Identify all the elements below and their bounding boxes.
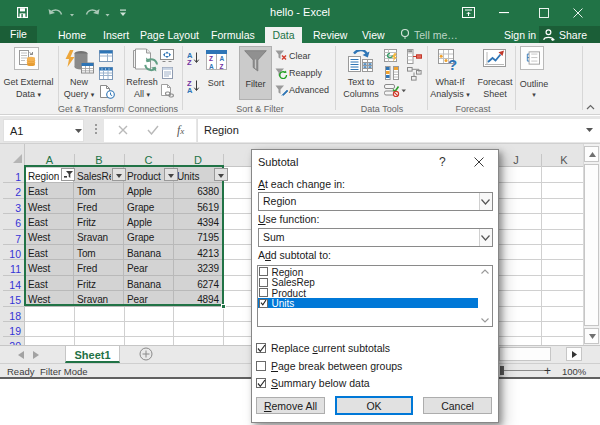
- svg-text:Z: Z: [220, 63, 224, 70]
- svg-text:A: A: [187, 86, 193, 94]
- svg-text:?: ?: [448, 56, 457, 70]
- svg-text:Z: Z: [209, 55, 213, 62]
- svg-text:A: A: [209, 63, 214, 70]
- svg-text:Z: Z: [187, 58, 192, 66]
- svg-text:A: A: [220, 55, 225, 62]
